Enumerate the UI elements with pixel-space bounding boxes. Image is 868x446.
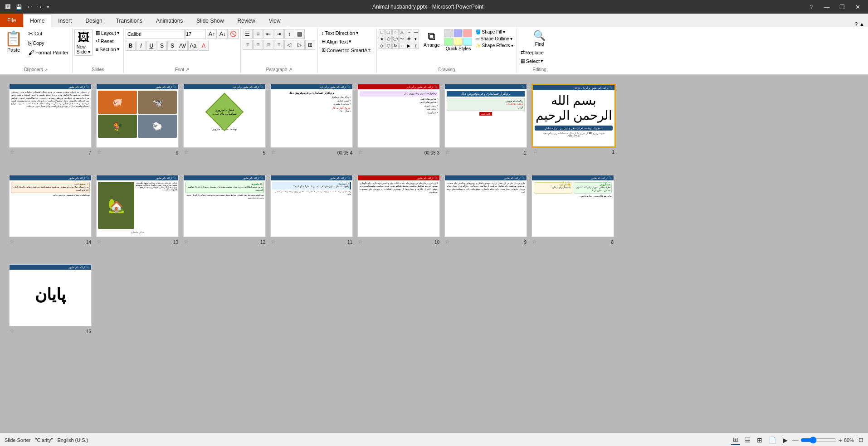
slide-thumb-13[interactable]: 📎 ارائه دام طیور در این مرحله دام باید د… (96, 175, 179, 237)
decrease-indent-btn[interactable]: ⇤ (263, 29, 273, 39)
rect-shape-btn[interactable]: □ (379, 29, 385, 35)
slide-thumb-5[interactable]: 📎 ارائه دام طیور و آبزیان فصل دامپروریشن… (183, 84, 266, 148)
change-case-btn[interactable]: Aa (188, 41, 198, 51)
align-right-btn[interactable]: ≡ (263, 40, 273, 50)
fit-window-btn[interactable]: ⊡ (858, 436, 863, 443)
undo-btn[interactable]: ↩ (26, 3, 34, 11)
rounded-rect-btn[interactable]: ▢ (385, 29, 392, 35)
shape-fill-button[interactable]: 🪣 Shape Fill ▾ (474, 29, 514, 35)
window-controls[interactable]: ? — ❐ ✕ (805, 2, 864, 11)
callout-btn[interactable]: 💬 (392, 36, 399, 42)
slide-thumb-3[interactable]: 📎 ارائه دام طیور و آبزیان نرم‌افزار حساب… (357, 84, 440, 148)
redo-btn[interactable]: ↪ (35, 3, 43, 11)
italic-btn[interactable]: I (136, 41, 146, 51)
clear-format-btn[interactable]: 🚫 (229, 29, 239, 39)
double-arrow-btn[interactable]: ↔ (399, 43, 405, 49)
wave-btn[interactable]: 〜 (399, 36, 405, 42)
slide-thumb-2[interactable]: 📎 نرم‌افزار حسابداری و خریدو‌فروش دیال 📞… (444, 84, 527, 148)
zoom-slider[interactable] (800, 436, 837, 444)
bold-btn[interactable]: B (126, 41, 136, 51)
decrease-font-btn[interactable]: A↓ (218, 29, 228, 39)
tab-review[interactable]: Review (230, 14, 262, 27)
line-btn[interactable]: — (413, 29, 419, 35)
block-arrow-btn[interactable]: ▶ (406, 43, 412, 49)
diamond-btn[interactable]: ◇ (379, 43, 385, 49)
copy-button[interactable]: ⎘ Copy (26, 39, 70, 48)
tab-slideshow[interactable]: Slide Show (190, 14, 230, 27)
qs-5[interactable] (454, 38, 463, 46)
select-button[interactable]: ▦ Select ▾ (519, 57, 561, 65)
quick-access-toolbar[interactable]: 🅿 💾 ↩ ↪ ▾ (4, 3, 51, 11)
slide-thumb-14[interactable]: 📎 ارائه دام طیور 📝 تحقیق کنید: به رزومه‌… (9, 175, 92, 237)
slide-thumb-10[interactable]: 📎 ارائه دام طیور انواع دام و درمان دام: … (357, 175, 440, 237)
tab-file[interactable]: File (0, 14, 23, 27)
paste-button[interactable]: 📋 Paste (2, 29, 25, 53)
slide-thumb-9[interactable]: 📎 ارائه دام طیور داو و درمان دام: در این… (444, 175, 527, 237)
reading-view-btn[interactable]: 📄 (767, 436, 778, 445)
more-shapes-btn[interactable]: ▾ (413, 36, 419, 42)
line-spacing-btn[interactable]: ↕ (284, 29, 294, 39)
view-indicator[interactable]: Slide Sorter (5, 437, 30, 443)
star-btn[interactable]: ★ (379, 36, 385, 42)
arrange-button[interactable]: ⧉ Arrange (421, 29, 443, 48)
qs-2[interactable] (454, 29, 463, 37)
slideshow-btn[interactable]: ▶ (781, 436, 790, 445)
strikethrough-btn[interactable]: S (157, 41, 167, 51)
brace-btn[interactable]: { (413, 43, 419, 49)
tab-insert[interactable]: Insert (51, 14, 78, 27)
underline-btn[interactable]: U (146, 41, 156, 51)
replace-button[interactable]: ⇄ Replace (519, 48, 561, 56)
font-name-input[interactable] (126, 29, 185, 39)
slide-thumb-1[interactable]: 📎 ارائه دام، طیور و آبزیان .pptx بسم الل… (532, 84, 616, 148)
hexagon-btn[interactable]: ⬡ (385, 43, 392, 49)
convert-smartart-button[interactable]: ⊞ Convert to SmartArt (320, 46, 375, 54)
slide-thumb-15[interactable]: 📎 ارائه دام طیور پایان ☆ 15 (9, 264, 92, 326)
tab-design[interactable]: Design (78, 14, 109, 27)
slide-sorter-btn[interactable]: ⊞ (755, 436, 764, 445)
find-button[interactable]: 🔍 Find (519, 29, 561, 48)
qs-1[interactable] (444, 29, 453, 37)
slide-thumb-6[interactable]: 📎 ارائه دام طیور 🐄 🐖 🐑 🐓 ☆ 6 (96, 84, 179, 148)
align-text-button[interactable]: ⊟ Align Text ▾ (320, 38, 375, 45)
shape-effects-button[interactable]: ✨ Shape Effects ▾ (474, 43, 514, 48)
align-center-btn[interactable]: ≡ (253, 40, 263, 50)
cross-btn[interactable]: ✚ (406, 36, 412, 42)
ltr-btn[interactable]: ▷ (295, 40, 305, 50)
customize-btn[interactable]: ▾ (45, 3, 51, 11)
slide-thumb-4[interactable]: 📎 ارائه دام طیور و آبزیان نرم‌افزار حساب… (270, 84, 353, 148)
oval-btn[interactable]: ○ (392, 29, 399, 35)
zoom-in-btn[interactable]: + (839, 436, 842, 444)
qs-6[interactable] (463, 38, 472, 46)
zoom-level[interactable]: 80% (844, 437, 854, 443)
qs-3[interactable] (463, 29, 472, 37)
increase-font-btn[interactable]: A↑ (207, 29, 217, 39)
ribbon-collapse-btn[interactable]: ▲ (859, 21, 864, 27)
format-painter-button[interactable]: 🖌 Format Painter (26, 48, 70, 57)
cut-button[interactable]: ✂ Cut (26, 29, 70, 38)
section-button[interactable]: ≡ Section ▾ (94, 45, 122, 53)
save-btn[interactable]: 💾 (14, 3, 24, 11)
increase-indent-btn[interactable]: ⇥ (274, 29, 284, 39)
text-direction-button[interactable]: ↕ Text Direction ▾ (320, 29, 375, 37)
shape-outline-button[interactable]: ▭ Shape Outline ▾ (474, 36, 514, 42)
char-spacing-btn[interactable]: AV (178, 41, 188, 51)
curved-arrow-btn[interactable]: ↻ (392, 43, 399, 49)
normal-view-btn[interactable]: ⊞ (731, 435, 740, 445)
outline-view-btn[interactable]: ☰ (743, 436, 752, 445)
quick-styles-label[interactable]: Quick Styles (446, 46, 471, 51)
layout-button[interactable]: ▦ Layout ▾ (94, 29, 122, 37)
numbered-list-btn[interactable]: ≡ (253, 29, 263, 39)
restore-btn[interactable]: ❐ (835, 2, 849, 11)
tab-animations[interactable]: Animations (149, 14, 190, 27)
arrow-btn[interactable]: → (406, 29, 412, 35)
slide-thumb-11[interactable]: 📎 ارائه دام طیور 💬 بپرسید: راجع به انتقا… (270, 175, 353, 237)
triangle-btn[interactable]: △ (399, 29, 405, 35)
slide-thumb-7[interactable]: 📎 ارائه دام طیور از دامداری به عنوان حرف… (9, 84, 92, 148)
qs-4[interactable] (444, 38, 453, 46)
zoom-out-btn[interactable]: — (792, 436, 799, 444)
bullet-list-btn[interactable]: ☰ (243, 29, 253, 39)
help-icon[interactable]: ? (855, 21, 858, 27)
minimize-btn[interactable]: — (820, 2, 834, 11)
columns-btn[interactable]: ▤ (295, 29, 305, 39)
pentagon-btn[interactable]: ⬠ (385, 36, 392, 42)
